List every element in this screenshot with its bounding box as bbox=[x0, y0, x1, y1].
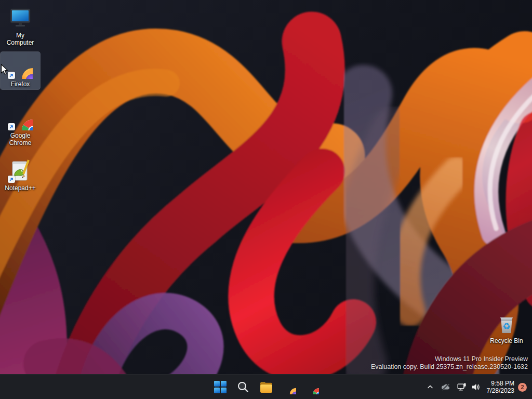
taskbar-clock[interactable]: 9:58 PM 7/28/2023 bbox=[487, 380, 514, 395]
clock-date: 7/28/2023 bbox=[487, 387, 514, 395]
desktop-icon-label: Firefox bbox=[11, 81, 30, 88]
desktop-icon-recycle-bin[interactable]: ♻ Recycle Bin bbox=[487, 309, 526, 346]
chrome-taskbar-button[interactable] bbox=[301, 377, 322, 397]
volume-icon bbox=[471, 383, 481, 391]
shortcut-arrow-icon bbox=[8, 123, 15, 130]
shortcut-arrow-icon bbox=[8, 176, 15, 183]
taskbar: 9:58 PM 7/28/2023 2 bbox=[0, 374, 532, 399]
desktop[interactable]: My Computer Firefox Google Chrome bbox=[0, 0, 532, 374]
file-explorer-button[interactable] bbox=[256, 377, 276, 397]
watermark-line2: Evaluation copy. Build 25375.zn_release.… bbox=[371, 363, 528, 371]
watermark-line1: Windows 11 Pro Insider Preview bbox=[371, 355, 528, 363]
chrome-icon bbox=[305, 380, 319, 394]
svg-text:♻: ♻ bbox=[502, 321, 510, 331]
desktop-icon-label: Recycle Bin bbox=[490, 337, 523, 344]
chevron-up-icon bbox=[426, 383, 434, 391]
firefox-taskbar-button[interactable] bbox=[278, 377, 299, 397]
notepad-plus-plus-icon bbox=[8, 158, 33, 183]
chrome-icon bbox=[8, 105, 33, 130]
firefox-icon bbox=[282, 380, 296, 394]
hidden-icons-button[interactable] bbox=[423, 378, 437, 396]
recycle-bin-icon: ♻ bbox=[494, 311, 519, 336]
onedrive-tray-button[interactable] bbox=[437, 378, 454, 396]
clock-time: 9:58 PM bbox=[487, 380, 514, 388]
shortcut-arrow-icon bbox=[8, 72, 15, 79]
desktop-icon-label: Google Chrome bbox=[2, 132, 39, 147]
windows-desktop-screen: My Computer Firefox Google Chrome bbox=[0, 0, 532, 399]
search-button[interactable] bbox=[233, 377, 254, 397]
system-tray: 9:58 PM 7/28/2023 2 bbox=[423, 375, 532, 399]
notification-badge[interactable]: 2 bbox=[518, 383, 527, 392]
wallpaper bbox=[0, 0, 532, 374]
firefox-icon bbox=[8, 54, 33, 79]
desktop-icon-label: My Computer bbox=[2, 32, 39, 46]
start-button[interactable] bbox=[210, 377, 231, 397]
desktop-icon-my-computer[interactable]: My Computer bbox=[1, 3, 40, 48]
desktop-icon-notepad-plus-plus[interactable]: Notepad++ bbox=[1, 156, 40, 193]
network-icon bbox=[457, 383, 467, 391]
desktop-icon-google-chrome[interactable]: Google Chrome bbox=[1, 103, 40, 148]
onedrive-offline-icon bbox=[441, 383, 451, 391]
mouse-cursor bbox=[1, 64, 8, 75]
windows-start-icon bbox=[214, 380, 227, 394]
taskbar-center bbox=[210, 375, 322, 399]
file-explorer-icon bbox=[259, 380, 273, 394]
desktop-icon-label: Notepad++ bbox=[5, 184, 35, 192]
evaluation-watermark: Windows 11 Pro Insider Preview Evaluatio… bbox=[371, 355, 528, 371]
search-icon bbox=[236, 380, 250, 394]
my-computer-icon bbox=[8, 5, 33, 30]
quick-settings-button[interactable] bbox=[454, 378, 484, 396]
